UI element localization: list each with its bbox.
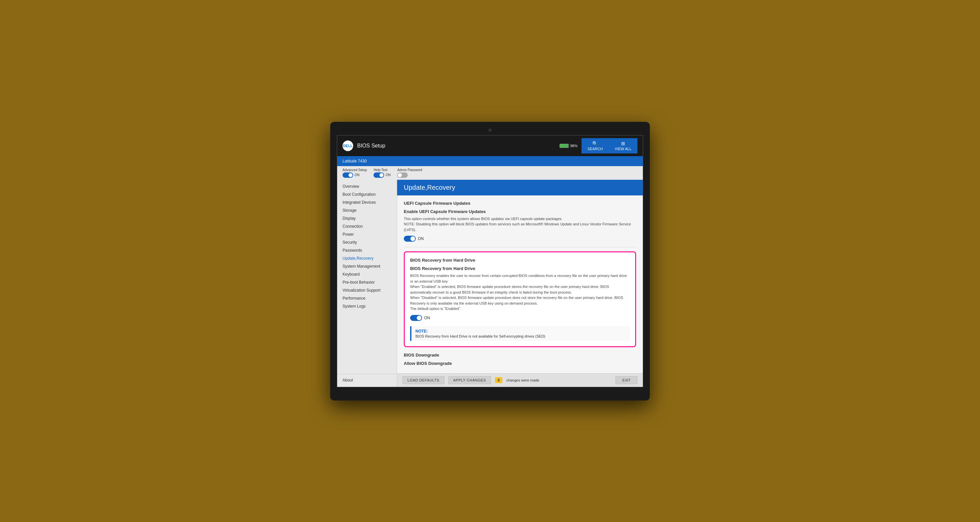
grid-icon: ⊞ [621,141,625,146]
changes-text: changes were made [506,378,539,382]
admin-password-toggle-row [397,172,409,178]
sidebar-item-about[interactable]: About [337,376,397,384]
help-text-state: ON [385,173,390,177]
uefi-description: This option controls whether this system… [404,216,636,233]
sidebar-item-integrated-devices[interactable]: Integrated Devices [337,199,397,206]
sidebar-item-security[interactable]: Security [337,238,397,247]
help-text-toggle[interactable] [374,172,384,178]
note-text: BIOS Recovery from Hard Drive is not ava… [415,334,626,338]
sidebar-item-storage[interactable]: Storage [337,206,397,215]
sidebar-item-system-management[interactable]: System Management [337,263,397,270]
help-text-label: Help Text [374,168,387,172]
sidebar-divider [337,374,397,374]
separator-1 [404,247,636,247]
bios-recovery-toggle-row: ON [410,315,630,321]
battery-fill [560,144,568,148]
webcam [488,129,492,132]
sidebar-item-overview[interactable]: Overview [337,183,397,190]
sidebar-item-passwords[interactable]: Passwords [337,247,397,254]
advanced-setup-toggle-row: ON [342,172,360,178]
sidebar-bottom: About [337,372,397,384]
sidebar-item-pre-boot[interactable]: Pre-boot Behavior [337,279,397,286]
advanced-setup-toggle-item: Advanced Setup ON [342,168,367,178]
search-icon: 🔍 [592,141,598,146]
changes-badge: 0 [495,377,502,383]
content-area: Update,Recovery UEFI Capsule Firmware Up… [397,180,643,387]
admin-password-toggle-item: Admin Password [397,168,422,178]
search-button[interactable]: 🔍 SEARCH [582,138,609,153]
note-label: NOTE: [415,329,626,334]
page-title: Update,Recovery [404,184,636,191]
admin-password-label: Admin Password [397,168,422,172]
help-text-toggle-item: Help Text ON [374,168,390,178]
advanced-setup-toggle[interactable] [342,172,353,178]
bios-recovery-desc: BIOS Recovery enables the user to recove… [410,273,630,312]
advanced-setup-state: ON [355,173,360,177]
bios-header: DELL BIOS Setup 98% 🔍 SEARCH ⊞ VIEW ALL [337,135,643,156]
exit-button[interactable]: EXIT [616,376,638,384]
bios-downgrade-section-title: BIOS Downgrade [404,353,636,358]
advanced-setup-label: Advanced Setup [342,168,367,172]
sidebar-item-system-logs[interactable]: System Logs [337,302,397,310]
laptop-frame: DELL BIOS Setup 98% 🔍 SEARCH ⊞ VIEW ALL [330,122,650,401]
bios-screen: DELL BIOS Setup 98% 🔍 SEARCH ⊞ VIEW ALL [337,135,643,387]
battery-indicator: 98% [560,144,578,148]
uefi-setting-title: Enable UEFI Capsule Firmware Updates [404,209,636,214]
sidebar-item-virtualization[interactable]: Virtualization Support [337,286,397,294]
subtitle-bar: Latitude 7430 [337,156,643,166]
battery-pct: 98% [570,144,578,148]
content-inner: UEFI Capsule Firmware Updates Enable UEF… [397,196,643,373]
uefi-toggle-row: ON [404,236,636,242]
bios-recovery-toggle[interactable] [410,315,422,321]
toggle-section: Advanced Setup ON Help Text ON Admin Pas… [337,166,643,180]
sidebar-item-power[interactable]: Power [337,231,397,238]
bios-recovery-setting-title: BIOS Recovery from Hard Drive [410,266,630,271]
uefi-toggle[interactable] [404,236,416,242]
sidebar-flex: Overview Boot Configuration Integrated D… [337,183,397,384]
bios-downgrade-setting-title: Allow BIOS Downgrade [404,361,636,366]
sidebar-item-connection[interactable]: Connection [337,222,397,231]
search-label: SEARCH [587,147,603,151]
sidebar-item-performance[interactable]: Performance [337,294,397,302]
view-all-label: VIEW ALL [615,147,632,151]
main-layout: Overview Boot Configuration Integrated D… [337,180,643,387]
sidebar-item-update-recovery[interactable]: Update,Recovery [337,254,397,263]
bios-recovery-section-title: BIOS Recovery from Hard Drive [410,258,630,263]
bottom-bar: LOAD DEFAULTS APPLY CHANGES 0 changes we… [397,373,643,387]
bios-recovery-note-box: NOTE: BIOS Recovery from Hard Drive is n… [410,326,630,341]
header-actions: 🔍 SEARCH ⊞ VIEW ALL [582,138,638,153]
help-text-toggle-row: ON [374,172,390,178]
sidebar-item-boot-configuration[interactable]: Boot Configuration [337,190,397,199]
sidebar-item-keyboard[interactable]: Keyboard [337,270,397,279]
sidebar-item-display[interactable]: Display [337,215,397,222]
battery-bar [560,144,569,148]
sidebar: Overview Boot Configuration Integrated D… [337,180,397,387]
page-title-bar: Update,Recovery [397,180,643,196]
uefi-section-title: UEFI Capsule Firmware Updates [404,201,636,206]
dell-logo: DELL [342,140,353,151]
view-all-button[interactable]: ⊞ VIEW ALL [609,138,638,153]
bios-recovery-toggle-state: ON [424,316,430,320]
uefi-toggle-state: ON [418,236,424,241]
device-model: Latitude 7430 [342,159,367,164]
admin-password-toggle[interactable] [397,172,408,178]
bios-recovery-highlight-box: BIOS Recovery from Hard Drive BIOS Recov… [404,251,636,347]
load-defaults-button[interactable]: LOAD DEFAULTS [402,376,444,384]
bios-title: BIOS Setup [357,143,555,149]
apply-changes-button[interactable]: APPLY CHANGES [449,376,491,384]
